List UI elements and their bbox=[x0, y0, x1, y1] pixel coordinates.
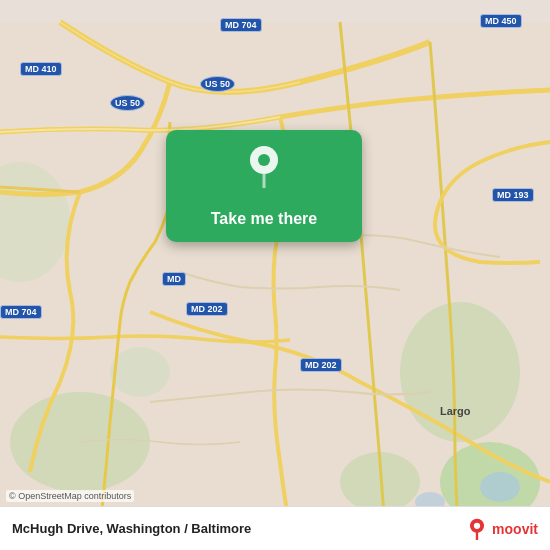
badge-us50b: US 50 bbox=[200, 76, 235, 92]
badge-md202b: MD 202 bbox=[300, 358, 342, 372]
map-copyright: © OpenStreetMap contributors bbox=[6, 490, 134, 502]
moovit-pin-icon bbox=[466, 518, 488, 540]
badge-md704b: MD 704 bbox=[220, 18, 262, 32]
moovit-logo: moovit bbox=[466, 518, 538, 540]
take-me-there-button[interactable]: Take me there bbox=[166, 200, 362, 242]
svg-point-12 bbox=[474, 522, 480, 528]
bottom-bar: McHugh Drive, Washington / Baltimore moo… bbox=[0, 506, 550, 550]
location-info: McHugh Drive, Washington / Baltimore bbox=[12, 521, 251, 536]
badge-md202a: MD 202 bbox=[186, 302, 228, 316]
svg-point-10 bbox=[258, 154, 270, 166]
largo-label: Largo bbox=[440, 405, 471, 417]
map-container: MD 410 US 50 US 50 MD 704 MD 450 MD 193 … bbox=[0, 0, 550, 550]
svg-point-7 bbox=[480, 472, 520, 502]
badge-md704a: MD 704 bbox=[0, 305, 42, 319]
svg-point-2 bbox=[400, 302, 520, 442]
badge-md410: MD 410 bbox=[20, 62, 62, 76]
badge-md-center: MD bbox=[162, 272, 186, 286]
badge-us50a: US 50 bbox=[110, 95, 145, 111]
location-pin-icon bbox=[246, 144, 282, 192]
map-svg bbox=[0, 0, 550, 550]
location-name: McHugh Drive, Washington / Baltimore bbox=[12, 521, 251, 536]
moovit-text: moovit bbox=[492, 521, 538, 537]
badge-md450: MD 450 bbox=[480, 14, 522, 28]
svg-point-5 bbox=[110, 347, 170, 397]
badge-md193: MD 193 bbox=[492, 188, 534, 202]
popup-card: Take me there bbox=[166, 130, 362, 242]
